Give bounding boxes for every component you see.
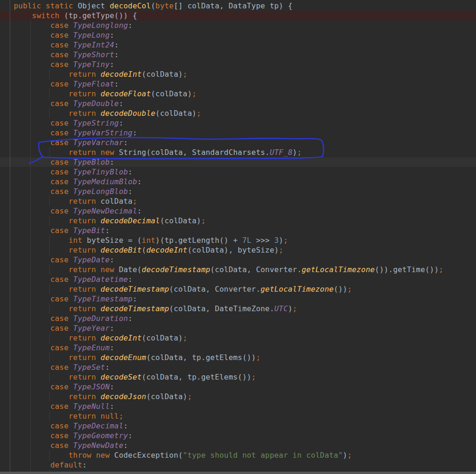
code-line[interactable]: case TypeString:	[0, 118, 476, 128]
code-line[interactable]: case TypeVarString:	[0, 128, 476, 138]
code-line[interactable]: return decodeDouble(colData);	[0, 108, 476, 118]
code-line[interactable]: case TypeSet:	[0, 362, 476, 372]
code-line[interactable]: return decodeSet(colData, tp.getElems())…	[0, 372, 476, 382]
code-line[interactable]: case TypeDouble:	[0, 99, 476, 108]
code-line[interactable]: return decodeInt(colData);	[0, 69, 476, 79]
code-line[interactable]: throw new CodecException("type should no…	[0, 450, 476, 460]
code-line[interactable]: switch (tp.getType()) {	[0, 11, 476, 20]
code-line[interactable]: return new String(colData, StandardChars…	[0, 147, 476, 157]
code-line[interactable]: return colData;	[0, 196, 476, 206]
code-lines[interactable]: public static Object decodeCol(byte[] co…	[0, 1, 476, 474]
code-line[interactable]: return new Date(decodeTimestamp(colData,…	[0, 265, 476, 274]
code-line[interactable]: case TypeLongBlob:	[0, 187, 476, 196]
code-editor[interactable]: public static Object decodeCol(byte[] co…	[0, 0, 476, 474]
code-line[interactable]: case TypeFloat:	[0, 79, 476, 89]
code-line[interactable]: case TypeBlob:	[0, 157, 476, 167]
code-line[interactable]: case TypeTimestamp:	[0, 294, 476, 304]
indent-guide	[30, 20, 31, 474]
code-line[interactable]: case TypeGeometry:	[0, 431, 476, 441]
code-line[interactable]: default:	[0, 460, 476, 470]
code-line[interactable]: case TypeLonglong:	[0, 20, 476, 30]
code-line[interactable]: case TypeDatetime:	[0, 274, 476, 284]
code-line[interactable]: case TypeTiny:	[0, 60, 476, 69]
bottom-bar	[0, 472, 476, 474]
code-line[interactable]: case TypeLong:	[0, 30, 476, 40]
code-line[interactable]: case TypeBit:	[0, 226, 476, 235]
code-line[interactable]: return decodeTimestamp(colData, DateTime…	[0, 304, 476, 314]
code-line[interactable]: case TypeDate:	[0, 255, 476, 265]
code-line[interactable]: return null;	[0, 411, 476, 421]
code-line[interactable]: case TypeNewDate:	[0, 441, 476, 450]
code-line[interactable]: case TypeVarchar:	[0, 138, 476, 147]
code-line[interactable]: case TypeJSON:	[0, 382, 476, 392]
code-line[interactable]: return decodeJson(colData);	[0, 392, 476, 401]
code-line[interactable]: return decodeFloat(colData);	[0, 89, 476, 99]
code-line[interactable]: return decodeInt(colData);	[0, 333, 476, 343]
code-line[interactable]: case TypeNewDecimal:	[0, 206, 476, 216]
gutter-separator-line	[10, 0, 10, 474]
code-line[interactable]: return decodeEnum(colData, tp.getElems()…	[0, 353, 476, 362]
code-line[interactable]: return decodeTimestamp(colData, Converte…	[0, 284, 476, 294]
code-line[interactable]: case TypeMediumBlob:	[0, 177, 476, 187]
code-line[interactable]: case TypeDuration:	[0, 314, 476, 323]
code-line[interactable]: int byteSize = (int)(tp.getLength() + 7L…	[0, 235, 476, 245]
code-line[interactable]: return decodeBit(decodeInt(colData), byt…	[0, 245, 476, 255]
code-line[interactable]: case TypeEnum:	[0, 343, 476, 353]
code-line[interactable]: case TypeDecimal:	[0, 421, 476, 431]
code-line[interactable]: case TypeInt24:	[0, 40, 476, 50]
code-line[interactable]: public static Object decodeCol(byte[] co…	[0, 1, 476, 11]
code-line[interactable]: case TypeTinyBlob:	[0, 167, 476, 177]
code-line[interactable]: case TypeShort:	[0, 50, 476, 60]
code-line[interactable]: case TypeNull:	[0, 401, 476, 411]
code-line[interactable]: return decodeDecimal(colData);	[0, 216, 476, 226]
code-line[interactable]: case TypeYear:	[0, 323, 476, 333]
